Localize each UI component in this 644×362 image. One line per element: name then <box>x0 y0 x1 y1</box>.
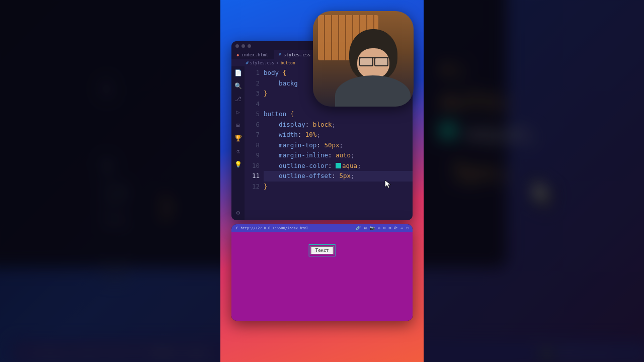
explorer-icon[interactable]: 📄 <box>234 69 242 76</box>
demo-button[interactable]: Текст <box>311 246 334 254</box>
activity-bar: 📄 🔍 ⎇ ▷ ⊞ 🏆 ⚗ 💡 ⚙ <box>231 66 245 220</box>
search-icon[interactable]: 🔍 <box>234 82 242 89</box>
css-file-icon: # <box>246 61 248 65</box>
line-gutter: 123456789101112 <box>245 66 264 220</box>
debug-icon[interactable]: ▷ <box>236 109 239 116</box>
tab-index-html[interactable]: ◆ index.html <box>231 50 274 59</box>
tab-styles-css[interactable]: # styles.css <box>274 50 316 59</box>
traffic-max-icon[interactable] <box>248 44 251 48</box>
git-icon[interactable]: ⎇ <box>234 96 242 103</box>
aqua-swatch-icon <box>336 163 341 168</box>
lightbulb-icon[interactable]: 💡 <box>234 161 242 168</box>
glasses-icon <box>359 57 388 66</box>
panel-icon[interactable]: ☐ <box>406 226 409 231</box>
page-viewport: Текст <box>231 232 413 321</box>
camera-icon[interactable]: 📷 <box>370 226 375 231</box>
stage: 6 9 10 11 12 x; auto; aqua; 5px; } i htt… <box>0 0 644 362</box>
webcam-overlay <box>313 11 414 107</box>
extensions-icon[interactable]: ⊞ <box>236 122 239 129</box>
tab-label: index.html <box>241 52 268 57</box>
info-icon[interactable]: i <box>235 226 237 230</box>
css-file-icon: # <box>279 52 281 57</box>
trophy-icon[interactable]: 🏆 <box>234 135 242 142</box>
address-bar[interactable]: i http://127.0.0.1:5500/index.html 🔗 ⧉ 📷… <box>231 224 413 232</box>
person-shirt <box>335 75 411 107</box>
mouse-cursor-icon <box>384 179 392 191</box>
tab-label: styles.css <box>283 52 310 57</box>
crumb-sep: › <box>276 61 279 65</box>
mail-icon[interactable]: ✉ <box>378 226 380 231</box>
traffic-close-icon[interactable] <box>235 44 239 48</box>
flask-icon[interactable]: ⚗ <box>236 148 239 155</box>
reload-icon[interactable]: ⟳ <box>394 226 397 231</box>
settings-icon[interactable]: ⚙ <box>389 226 391 231</box>
traffic-min-icon[interactable] <box>242 44 245 48</box>
screenshot-icon[interactable]: ⧉ <box>364 226 367 231</box>
url-text: http://127.0.0.1:5500/index.html <box>240 226 308 230</box>
link-icon[interactable]: 🔗 <box>356 226 361 231</box>
html-file-icon: ◆ <box>236 52 239 57</box>
browser-window: i http://127.0.0.1:5500/index.html 🔗 ⧉ 📷… <box>231 224 413 321</box>
browser-toolbar: 🔗 ⧉ 📷 ✉ ⊕ ⚙ ⟳ ⇔ ☐ <box>356 226 409 231</box>
add-icon[interactable]: ⊕ <box>383 226 386 231</box>
responsive-icon[interactable]: ⇔ <box>400 226 403 231</box>
crumb-file: styles.css <box>250 61 274 65</box>
gear-icon[interactable]: ⚙ <box>236 209 239 216</box>
crumb-selector: button <box>281 61 295 65</box>
